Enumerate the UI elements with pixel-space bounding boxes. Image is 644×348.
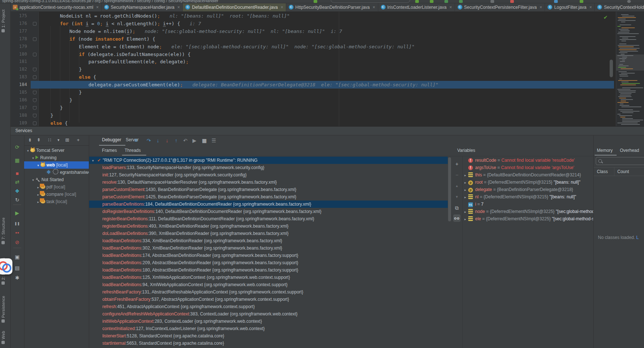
code-editor[interactable]: 175NodeList nl = root.getChildNodes();nl… xyxy=(10,11,616,126)
stack-frame-row[interactable]: loadBeanDefinitions:334, XmlBeanDefiniti… xyxy=(89,237,448,244)
editor-tab-3[interactable]: CHttpSecurityBeanDefinitionParser.java× xyxy=(286,3,378,11)
fold-open-icon[interactable] xyxy=(33,53,37,56)
variable-row-i[interactable]: 01i = 7 xyxy=(462,201,593,208)
code-line-182[interactable]: 182} xyxy=(10,66,616,73)
run-to-cursor-icon[interactable]: ▶ xyxy=(191,137,198,144)
stack-frame-row[interactable]: resolve:130, DefaultNamespaceHandlerReso… xyxy=(89,179,448,186)
stack-frame-row[interactable]: doRegisterBeanDefinitions:140, DefaultBe… xyxy=(89,208,448,215)
code-line-184[interactable]: 184delegate.parseCustomElement(ele);dele… xyxy=(10,81,616,89)
fold-close-icon[interactable] xyxy=(33,114,37,117)
stack-frame-row[interactable]: startInternal:5653, StandardContext {org… xyxy=(89,340,448,347)
editor-tab-5[interactable]: CSecurityContextPersistenceFilter.java× xyxy=(455,3,545,11)
stack-frame-row[interactable]: loadBeanDefinitions:94, XmlWebApplicatio… xyxy=(89,281,448,288)
code-line-179[interactable]: 179Element ele = (Element) node;ele: "[s… xyxy=(10,43,616,50)
stack-frame-row[interactable]: registerBeanDefinitions:493, XmlBeanDefi… xyxy=(89,222,448,230)
mute-breakpoints-icon[interactable]: ⊘ xyxy=(14,239,20,246)
stack-frame-row[interactable]: loadBeanDefinitions:125, XmlWebApplicati… xyxy=(89,274,448,281)
services-view-icon[interactable]: ❖ xyxy=(14,188,20,194)
close-tab-icon[interactable]: × xyxy=(589,5,592,10)
update-application-icon[interactable]: ⇄ xyxy=(14,179,20,185)
services-header[interactable]: Services xyxy=(10,127,644,135)
chevron-right-icon[interactable]: ▸ xyxy=(462,179,468,186)
stack-frame-row[interactable]: loadBeanDefinitions:180, AbstractBeanDef… xyxy=(89,266,448,274)
settings-top-icon[interactable] xyxy=(627,0,631,3)
close-tab-icon[interactable]: × xyxy=(372,5,375,10)
stack-frame-row[interactable]: loadBeanDefinitions:302, XmlBeanDefiniti… xyxy=(89,244,448,252)
force-step-into-icon[interactable]: ↓ xyxy=(163,137,171,144)
fold-close-icon[interactable] xyxy=(33,68,37,71)
view-breakpoints-icon[interactable]: ●● xyxy=(14,229,20,236)
tree-item-compare[interactable]: ▸compare [local] xyxy=(24,191,89,198)
fold-open-icon[interactable] xyxy=(33,22,37,26)
show-watches-icon[interactable]: oo xyxy=(453,214,461,222)
drop-frame-icon[interactable]: ↶ xyxy=(182,137,189,144)
filter-icon[interactable]: ▼ xyxy=(56,137,61,143)
stack-frame-row[interactable]: loadBeanDefinitions:209, AbstractBeanDef… xyxy=(89,259,448,266)
stack-frame-row[interactable]: init:127, SecurityNamespaceHandler {org.… xyxy=(89,171,448,179)
tool-stripe-structure[interactable]: 7: Structure xyxy=(1,217,5,246)
chevron-right-icon[interactable]: ▸ xyxy=(462,216,468,222)
stack-frame-row[interactable]: refreshBeanFactory:131, AbstractRefresha… xyxy=(89,288,448,296)
memory-search-input[interactable] xyxy=(596,157,644,165)
add-watch-icon[interactable]: + xyxy=(453,160,461,168)
step-out-icon[interactable]: ↑ xyxy=(173,137,180,144)
variable-row-argsToUse[interactable]: !argsToUse = Cannot find local variable … xyxy=(462,164,593,171)
code-minimap[interactable] xyxy=(616,11,644,126)
editor-tab-2[interactable]: CDefaultBeanDefinitionDocumentReader.jav… xyxy=(183,3,286,11)
thread-header-row[interactable]: ▾✔"RMI TCP Connection(2)-127.0.0.1"@1,31… xyxy=(89,157,448,164)
layout-settings-icon[interactable]: ☰ xyxy=(210,137,217,144)
tree-item-running[interactable]: ▾Running xyxy=(24,154,89,161)
code-line-189[interactable]: 189else { xyxy=(10,119,616,126)
chevron-right-icon[interactable]: ▸ xyxy=(462,194,468,201)
tree-item-task[interactable]: ▸task [local] xyxy=(24,198,89,205)
subtab-threads[interactable]: Threads xyxy=(125,148,141,153)
move-watch-up-icon[interactable]: ▲ xyxy=(453,182,461,190)
remove-watch-icon[interactable]: − xyxy=(453,171,461,179)
run-anything-icon[interactable] xyxy=(490,0,494,3)
fold-close-icon[interactable] xyxy=(33,106,37,110)
variable-row-delegate[interactable]: ▸pdelegate = {BeanDefinitionParserDelega… xyxy=(462,186,593,193)
stack-frame-row[interactable]: loadBeanDefinitions:174, AbstractBeanDef… xyxy=(89,252,448,259)
variable-row-ele[interactable]: ▸ele = {DeferredElementNSImpl@3225} "[se… xyxy=(462,215,593,222)
load-classes-link[interactable]: L xyxy=(636,235,639,240)
collapse-all-icon[interactable]: ⇞ xyxy=(36,137,42,143)
stack-frame-row[interactable]: registerBeanDefinitions:111, DefaultBean… xyxy=(89,215,448,222)
settings-icon[interactable]: ✱ xyxy=(14,274,20,281)
subtab-frames[interactable]: Frames xyxy=(102,148,117,153)
rerun-icon[interactable]: ⟳ xyxy=(14,144,20,150)
close-tab-icon[interactable]: × xyxy=(539,5,542,10)
memory-table-header[interactable]: Class Count xyxy=(594,167,644,176)
code-line-187[interactable]: 187} xyxy=(10,104,616,112)
chevron-right-icon[interactable]: ▸ xyxy=(462,186,468,193)
chevron-down-icon[interactable]: ▾ xyxy=(36,162,41,169)
code-line-176[interactable]: 176for (int i = 0; i < nl.getLength(); i… xyxy=(10,20,616,27)
code-line-186[interactable]: 186} xyxy=(10,96,616,104)
memory-col-class[interactable]: Class xyxy=(594,169,608,174)
group-by-icon[interactable]: ∷ xyxy=(47,137,53,143)
tree-item-pdf[interactable]: ▸pdf [local] xyxy=(24,183,89,191)
variable-row-node[interactable]: ▸node = {DeferredElementNSImpl@3225} "[s… xyxy=(462,208,593,215)
tool-stripe-web[interactable]: Web xyxy=(1,331,5,345)
code-line-188[interactable]: 188} xyxy=(10,112,616,119)
expand-all-icon[interactable]: ⇟ xyxy=(27,137,33,143)
editor-scrollbar[interactable] xyxy=(610,60,613,77)
code-line-175[interactable]: 175NodeList nl = root.getChildNodes();nl… xyxy=(10,12,616,20)
dock-app-icon[interactable] xyxy=(0,258,12,274)
tab-debugger[interactable]: Debugger xyxy=(102,137,121,142)
chevron-right-icon[interactable]: ▸ xyxy=(462,208,468,215)
editor-tab-6[interactable]: CLogoutFilter.java× xyxy=(545,3,595,11)
stack-frame-row[interactable]: doLoadBeanDefinitions:390, XmlBeanDefini… xyxy=(89,230,448,237)
editor-tab-0[interactable]: xapplicationContext-security-nocas.xml× xyxy=(10,3,102,11)
fold-open-icon[interactable] xyxy=(33,75,37,79)
inspections-ok-icon[interactable]: ✔ xyxy=(604,14,607,20)
tree-item-not-started[interactable]: ▾🔧Not Started xyxy=(24,176,89,183)
fold-close-icon[interactable] xyxy=(33,91,37,94)
step-over-icon[interactable]: ↷ xyxy=(145,137,152,144)
coverage-button-icon[interactable] xyxy=(444,0,448,3)
step-into-icon[interactable]: ↓ xyxy=(154,137,162,144)
chevron-down-icon[interactable]: ▾ xyxy=(26,147,30,154)
frames-scrollbar[interactable] xyxy=(448,157,451,221)
tree-item-egrantshanxiweb[interactable]: egrantshanxiweb xyxy=(24,169,89,176)
editor-tab-7[interactable]: CSecurityContextHolder.class× xyxy=(595,3,644,11)
tool-stripe-project[interactable]: 1: Project xyxy=(1,10,5,34)
